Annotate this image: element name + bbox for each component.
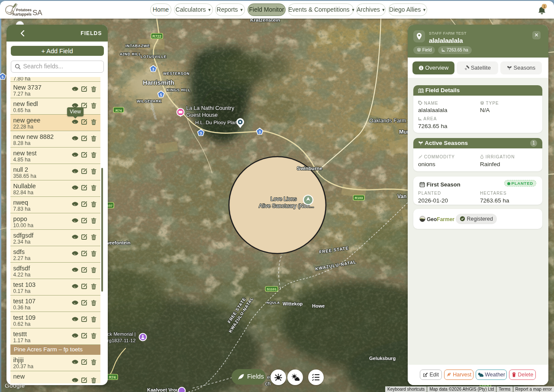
svg-text:R722: R722: [152, 34, 161, 39]
svg-text:3: 3: [152, 67, 154, 71]
svg-text:Love Lions: Love Lions: [271, 196, 296, 202]
svg-text:5: 5: [1, 75, 3, 79]
svg-text:H.L. Du Plooy Plant: H.L. Du Plooy Plant: [195, 120, 239, 125]
svg-text:S1101: S1101: [267, 287, 277, 291]
svg-text:Oaklands Farm St: Oaklands Farm St: [369, 118, 413, 124]
svg-text:weefontein: weefontein: [105, 240, 131, 245]
svg-text:SA: SA: [32, 9, 42, 17]
svg-text:INTABAZWE: INTABAZWE: [126, 44, 150, 48]
svg-text:Potatoes: Potatoes: [16, 8, 32, 12]
svg-text:Harrismith: Harrismith: [143, 79, 174, 86]
svg-text:NQULA: NQULA: [267, 301, 280, 305]
svg-text:Swinburne: Swinburne: [297, 166, 322, 171]
svg-text:Kaalvoet Vrou: Kaalvoet Vrou: [147, 387, 179, 392]
svg-text:erg1837-11-12: erg1837-11-12: [105, 338, 135, 343]
svg-text:Wittekop: Wittekop: [283, 301, 303, 306]
svg-text:Aartappels: Aartappels: [13, 12, 32, 16]
svg-text:Geluksburg: Geluksburg: [369, 356, 396, 361]
svg-text:WESTERSON: WESTERSON: [163, 71, 190, 76]
svg-text:5: 5: [160, 93, 162, 97]
svg-text:R74: R74: [116, 109, 122, 112]
svg-text:Howe: Howe: [312, 303, 325, 308]
svg-text:R103: R103: [354, 196, 363, 200]
svg-text:Kratzenstein: Kratzenstein: [250, 18, 280, 22]
svg-text:3: 3: [258, 130, 261, 134]
svg-text:KINGS HILL: KINGS HILL: [167, 88, 190, 92]
svg-text:La La Nathi Country: La La Nathi Country: [186, 105, 235, 111]
svg-text:ch: ch: [265, 381, 271, 387]
svg-text:LOTUSVILLE: LOTUSVILLE: [141, 55, 167, 59]
svg-text:ock Memorial |: ock Memorial |: [105, 331, 135, 337]
svg-text:3: 3: [200, 131, 202, 135]
svg-text:1: 1: [543, 4, 545, 9]
svg-text:Guest House: Guest House: [186, 112, 218, 118]
svg-text:R74: R74: [109, 375, 116, 379]
svg-text:42ND HILL: 42ND HILL: [120, 52, 141, 56]
svg-text:Van: Van: [397, 193, 406, 199]
